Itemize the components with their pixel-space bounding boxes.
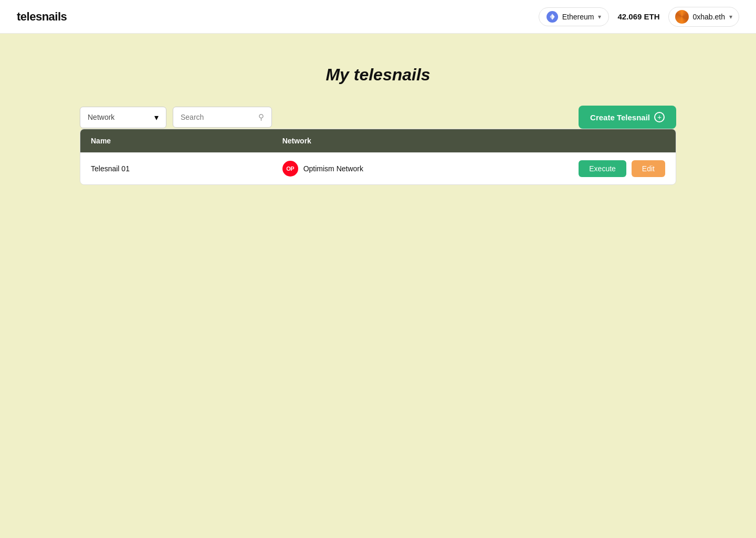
optimism-icon: OP (282, 161, 298, 177)
svg-marker-1 (552, 14, 555, 18)
logo: telesnails (17, 10, 67, 24)
account-chevron-icon: ▾ (729, 13, 732, 20)
row-telesnail-name: Telesnail 01 (91, 164, 282, 173)
avatar (675, 10, 689, 24)
filters: Network ▾ ⚲ (80, 107, 272, 128)
plus-circle-icon: + (654, 112, 665, 122)
search-icon: ⚲ (258, 112, 264, 122)
search-box: ⚲ (173, 107, 272, 128)
create-telesnail-button[interactable]: Create Telesnail + (579, 106, 676, 129)
network-chevron-icon: ▾ (598, 13, 601, 20)
page-title: My telesnails (80, 65, 676, 85)
create-button-label: Create Telesnail (590, 113, 650, 122)
row-network-name: Optimism Network (303, 164, 363, 173)
account-name: 0xhab.eth (693, 13, 726, 21)
table-row: Telesnail 01 OP Optimism Network Execute… (80, 152, 676, 184)
search-input[interactable] (181, 113, 254, 121)
column-header-actions (474, 137, 665, 145)
header: telesnails Ethereum ▾ 42.069 ETH 0xhab.e… (0, 0, 756, 34)
network-name: Ethereum (562, 13, 594, 21)
network-filter-label: Network (88, 113, 114, 121)
main-content: My telesnails Network ▾ ⚲ Create Telesna… (63, 34, 693, 202)
header-right: Ethereum ▾ 42.069 ETH 0xhab.eth ▾ (539, 7, 739, 27)
network-selector[interactable]: Ethereum ▾ (539, 7, 610, 26)
svg-marker-0 (550, 14, 552, 18)
row-actions: Execute Edit (474, 160, 665, 177)
column-header-network: Network (282, 137, 474, 145)
row-network-cell: OP Optimism Network (282, 161, 474, 177)
network-filter-dropdown[interactable]: Network ▾ (80, 107, 166, 128)
toolbar: Network ▾ ⚲ Create Telesnail + (80, 106, 676, 129)
edit-button[interactable]: Edit (632, 160, 665, 177)
balance-display: 42.069 ETH (617, 12, 659, 21)
account-selector[interactable]: 0xhab.eth ▾ (668, 7, 740, 27)
table-header: Name Network (80, 129, 676, 152)
telesnails-table: Name Network Telesnail 01 OP Optimism Ne… (80, 129, 676, 185)
execute-button[interactable]: Execute (579, 160, 626, 177)
ethereum-icon (547, 11, 558, 23)
column-header-name: Name (91, 137, 282, 145)
network-filter-chevron-icon: ▾ (154, 112, 159, 122)
